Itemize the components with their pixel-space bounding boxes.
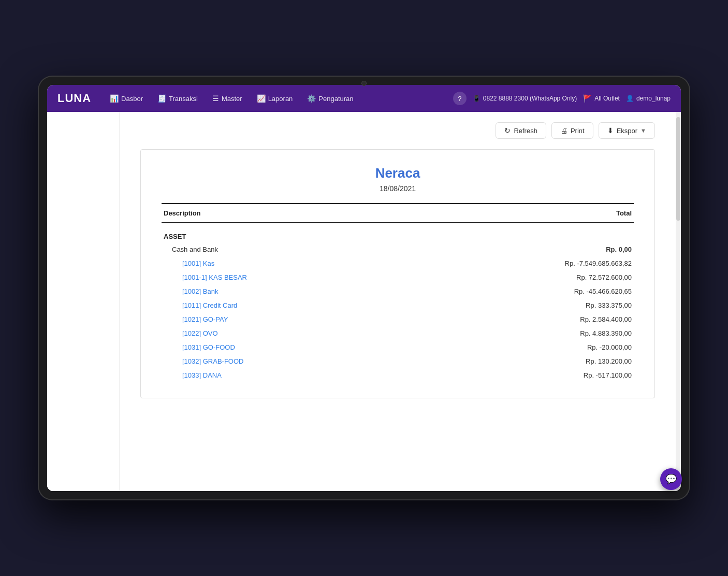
table-row: [1032] GRAB-FOOD Rp. 130.200,00 <box>162 354 634 368</box>
item-1021-label[interactable]: [1021] GO-PAY <box>162 312 426 326</box>
nav-items: 📊 Dasbor 🧾 Transaksi ☰ Master 📈 Laporan … <box>104 91 453 106</box>
section-asset: ASSET <box>162 223 634 242</box>
phone-icon: 📱 <box>473 95 481 102</box>
dasbor-icon: 📊 <box>110 94 119 103</box>
table-row: [1002] Bank Rp. -45.466.620,65 <box>162 284 634 298</box>
phone-number: 0822 8888 2300 (WhatsApp Only) <box>483 95 577 102</box>
navbar: LUNA 📊 Dasbor 🧾 Transaksi ☰ Master 📈 Lap… <box>47 85 681 112</box>
item-1022-total: Rp. 4.883.390,00 <box>426 326 634 340</box>
phone-contact[interactable]: 📱 0822 8888 2300 (WhatsApp Only) <box>473 95 577 102</box>
item-1001-1-label[interactable]: [1001-1] KAS BESAR <box>162 270 426 284</box>
table-row: [1031] GO-FOOD Rp. -20.000,00 <box>162 340 634 354</box>
report-title: Neraca <box>162 165 634 181</box>
item-1001-label[interactable]: [1001] Kas <box>162 256 426 270</box>
item-1022-label[interactable]: [1022] OVO <box>162 326 426 340</box>
outlet-selector[interactable]: 🚩 All Outlet <box>583 94 620 103</box>
nav-pengaturan-label: Pengaturan <box>318 95 353 103</box>
item-1001-total: Rp. -7.549.685.663,82 <box>426 256 634 270</box>
nav-transaksi-label: Transaksi <box>169 95 198 103</box>
sub-cash-bank-label: Cash and Bank <box>162 242 426 256</box>
item-1001-1-total: Rp. 72.572.600,00 <box>426 270 634 284</box>
screen: LUNA 📊 Dasbor 🧾 Transaksi ☰ Master 📈 Lap… <box>47 85 681 491</box>
report-table: Description Total ASSET <box>162 204 634 382</box>
table-row: [1021] GO-PAY Rp. 2.584.400,00 <box>162 312 634 326</box>
master-icon: ☰ <box>212 94 219 103</box>
help-button[interactable]: ? <box>453 92 467 105</box>
sub-cash-bank-total: Rp. 0,00 <box>426 242 634 256</box>
item-1002-total: Rp. -45.466.620,65 <box>426 284 634 298</box>
device-frame: LUNA 📊 Dasbor 🧾 Transaksi ☰ Master 📈 Lap… <box>38 76 690 500</box>
print-button[interactable]: 🖨 Print <box>551 122 593 139</box>
section-asset-label: ASSET <box>162 223 426 242</box>
nav-right: ? 📱 0822 8888 2300 (WhatsApp Only) 🚩 All… <box>453 92 671 105</box>
outlet-label: All Outlet <box>594 95 620 102</box>
transaksi-icon: 🧾 <box>157 94 166 103</box>
sub-cash-bank: Cash and Bank Rp. 0,00 <box>162 242 634 256</box>
chevron-down-icon: ▼ <box>640 127 646 134</box>
item-1021-total: Rp. 2.584.400,00 <box>426 312 634 326</box>
pengaturan-icon: ⚙️ <box>307 94 316 103</box>
refresh-icon: ↻ <box>504 126 511 135</box>
user-icon: 👤 <box>626 95 634 102</box>
scrollbar-thumb[interactable] <box>676 117 680 221</box>
refresh-label: Refresh <box>514 127 537 135</box>
laporan-icon: 📈 <box>257 94 266 103</box>
col-description: Description <box>162 204 426 223</box>
left-sidebar <box>47 112 120 491</box>
item-1032-label[interactable]: [1032] GRAB-FOOD <box>162 354 426 368</box>
nav-master-label: Master <box>222 95 242 103</box>
username: demo_lunap <box>636 95 671 102</box>
ekspor-button[interactable]: ⬇ Ekspor ▼ <box>599 122 655 139</box>
main-content: ↻ Refresh 🖨 Print ⬇ Ekspor ▼ Nerac <box>47 112 681 491</box>
nav-transaksi[interactable]: 🧾 Transaksi <box>151 91 204 106</box>
report-date: 18/08/2021 <box>162 184 634 193</box>
item-1033-total: Rp. -517.100,00 <box>426 368 634 382</box>
table-row: [1022] OVO Rp. 4.883.390,00 <box>162 326 634 340</box>
item-1033-label[interactable]: [1033] DANA <box>162 368 426 382</box>
content-area: ↻ Refresh 🖨 Print ⬇ Ekspor ▼ Nerac <box>120 112 676 491</box>
nav-master[interactable]: ☰ Master <box>206 91 249 106</box>
nav-dasbor[interactable]: 📊 Dasbor <box>104 91 149 106</box>
nav-pengaturan[interactable]: ⚙️ Pengaturan <box>301 91 359 106</box>
item-1031-label[interactable]: [1031] GO-FOOD <box>162 340 426 354</box>
device-camera <box>361 81 367 86</box>
section-asset-total <box>426 223 634 242</box>
user-menu[interactable]: 👤 demo_lunap <box>626 95 671 102</box>
nav-laporan[interactable]: 📈 Laporan <box>251 91 299 106</box>
item-1011-label[interactable]: [1011] Credit Card <box>162 298 426 312</box>
table-row: [1001-1] KAS BESAR Rp. 72.572.600,00 <box>162 270 634 284</box>
report-container: Neraca 18/08/2021 Description Total <box>140 149 655 398</box>
refresh-button[interactable]: ↻ Refresh <box>496 122 546 139</box>
chat-bubble[interactable]: 💬 <box>660 468 681 490</box>
item-1031-total: Rp. -20.000,00 <box>426 340 634 354</box>
print-icon: 🖨 <box>560 126 567 135</box>
nav-laporan-label: Laporan <box>268 95 293 103</box>
ekspor-label: Ekspor <box>617 127 637 135</box>
item-1002-label[interactable]: [1002] Bank <box>162 284 426 298</box>
col-total: Total <box>426 204 634 223</box>
app-logo: LUNA <box>57 92 91 105</box>
flag-icon: 🚩 <box>583 94 592 103</box>
print-label: Print <box>571 127 585 135</box>
nav-dasbor-label: Dasbor <box>121 95 143 103</box>
toolbar: ↻ Refresh 🖨 Print ⬇ Ekspor ▼ <box>140 122 655 139</box>
item-1011-total: Rp. 333.375,00 <box>426 298 634 312</box>
download-icon: ⬇ <box>607 126 614 135</box>
table-row: [1011] Credit Card Rp. 333.375,00 <box>162 298 634 312</box>
item-1032-total: Rp. 130.200,00 <box>426 354 634 368</box>
table-row: [1033] DANA Rp. -517.100,00 <box>162 368 634 382</box>
scrollbar[interactable] <box>676 112 681 491</box>
table-row: [1001] Kas Rp. -7.549.685.663,82 <box>162 256 634 270</box>
